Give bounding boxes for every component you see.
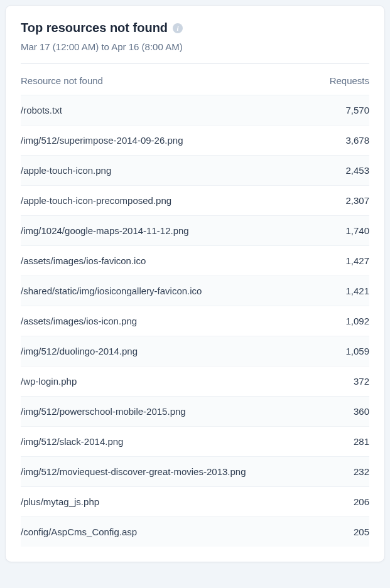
resource-path: /img/512/moviequest-discover-great-movie… bbox=[21, 457, 317, 487]
request-count: 206 bbox=[317, 487, 369, 517]
column-header-resource: Resource not found bbox=[21, 64, 317, 95]
table-row[interactable]: /apple-touch-icon-precomposed.png2,307 bbox=[21, 186, 369, 216]
request-count: 232 bbox=[317, 457, 369, 487]
table-row[interactable]: /img/512/duolingo-2014.png1,059 bbox=[21, 336, 369, 366]
table-row[interactable]: /config/AspCms_Config.asp205 bbox=[21, 517, 369, 547]
table-row[interactable]: /img/512/moviequest-discover-great-movie… bbox=[21, 457, 369, 487]
request-count: 360 bbox=[317, 397, 369, 427]
table-row[interactable]: /img/512/superimpose-2014-09-26.png3,678 bbox=[21, 126, 369, 156]
resource-path: /config/AspCms_Config.asp bbox=[21, 517, 317, 547]
table-header-row: Resource not found Requests bbox=[21, 64, 369, 95]
request-count: 3,678 bbox=[317, 126, 369, 156]
title-row: Top resources not found i bbox=[21, 21, 369, 35]
table-row[interactable]: /img/1024/google-maps-2014-11-12.png1,74… bbox=[21, 216, 369, 246]
resource-path: /img/512/superimpose-2014-09-26.png bbox=[21, 126, 317, 156]
table-row[interactable]: /apple-touch-icon.png2,453 bbox=[21, 156, 369, 186]
table-row[interactable]: /img/512/powerschool-mobile-2015.png360 bbox=[21, 397, 369, 427]
table-row[interactable]: /assets/images/ios-favicon.ico1,427 bbox=[21, 246, 369, 276]
card-header: Top resources not found i Mar 17 (12:00 … bbox=[21, 21, 369, 64]
resource-path: /apple-touch-icon-precomposed.png bbox=[21, 186, 317, 216]
resource-path: /img/1024/google-maps-2014-11-12.png bbox=[21, 216, 317, 246]
resource-path: /img/512/powerschool-mobile-2015.png bbox=[21, 397, 317, 427]
table-row[interactable]: /img/512/slack-2014.png281 bbox=[21, 427, 369, 457]
resource-path: /img/512/duolingo-2014.png bbox=[21, 336, 317, 366]
table-row[interactable]: /assets/images/ios-icon.png1,092 bbox=[21, 306, 369, 336]
request-count: 2,453 bbox=[317, 156, 369, 186]
request-count: 205 bbox=[317, 517, 369, 547]
request-count: 1,059 bbox=[317, 336, 369, 366]
request-count: 372 bbox=[317, 366, 369, 397]
request-count: 1,421 bbox=[317, 276, 369, 306]
request-count: 1,427 bbox=[317, 246, 369, 276]
column-header-requests: Requests bbox=[317, 64, 369, 95]
request-count: 7,570 bbox=[317, 95, 369, 126]
request-count: 2,307 bbox=[317, 186, 369, 216]
top-resources-card: Top resources not found i Mar 17 (12:00 … bbox=[5, 5, 385, 562]
request-count: 281 bbox=[317, 427, 369, 457]
resource-path: /assets/images/ios-icon.png bbox=[21, 306, 317, 336]
resources-table: Resource not found Requests /robots.txt7… bbox=[21, 64, 369, 547]
request-count: 1,740 bbox=[317, 216, 369, 246]
resource-path: /robots.txt bbox=[21, 95, 317, 126]
info-icon[interactable]: i bbox=[173, 23, 183, 33]
table-row[interactable]: /robots.txt7,570 bbox=[21, 95, 369, 126]
resource-path: /wp-login.php bbox=[21, 366, 317, 397]
date-range: Mar 17 (12:00 AM) to Apr 16 (8:00 AM) bbox=[21, 41, 369, 52]
table-row[interactable]: /wp-login.php372 bbox=[21, 366, 369, 397]
resource-path: /shared/static/img/iosicongallery-favico… bbox=[21, 276, 317, 306]
resource-path: /img/512/slack-2014.png bbox=[21, 427, 317, 457]
resource-path: /apple-touch-icon.png bbox=[21, 156, 317, 186]
table-row[interactable]: /shared/static/img/iosicongallery-favico… bbox=[21, 276, 369, 306]
resource-path: /assets/images/ios-favicon.ico bbox=[21, 246, 317, 276]
resource-path: /plus/mytag_js.php bbox=[21, 487, 317, 517]
request-count: 1,092 bbox=[317, 306, 369, 336]
card-title: Top resources not found bbox=[21, 21, 168, 35]
table-row[interactable]: /plus/mytag_js.php206 bbox=[21, 487, 369, 517]
